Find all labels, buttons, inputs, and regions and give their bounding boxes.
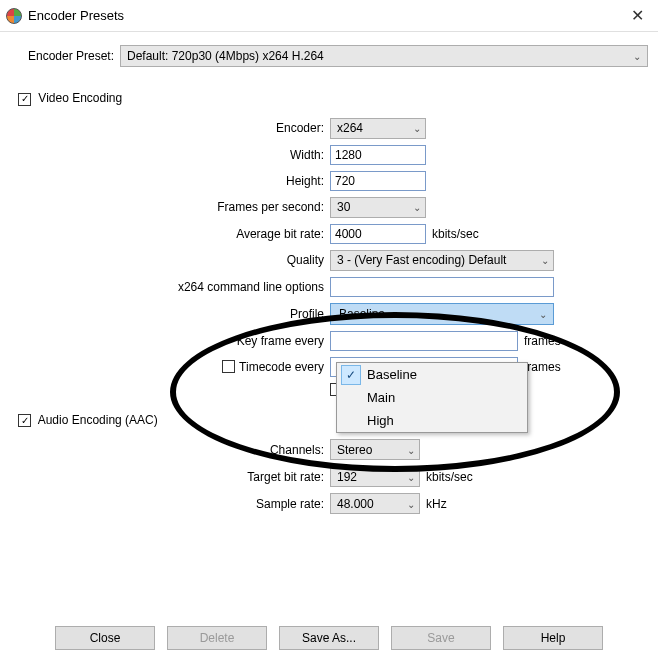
check-icon: ✓ [21,416,29,426]
chevron-down-icon: ⌄ [633,51,641,62]
tbr-select[interactable]: 192 ⌄ [330,466,420,487]
close-button[interactable]: Close [55,626,155,650]
abr-input[interactable] [330,224,426,244]
delete-button[interactable]: Delete [167,626,267,650]
save-button[interactable]: Save [391,626,491,650]
profile-label: Profile [80,307,330,321]
sr-unit: kHz [426,497,447,511]
keyframe-label: Key frame every [80,334,330,348]
height-input[interactable] [330,171,426,191]
keyframe-input[interactable] [330,331,518,351]
chevron-down-icon: ⌄ [407,444,415,455]
encoder-label: Encoder: [80,121,330,135]
chevron-down-icon: ⌄ [541,255,549,266]
video-encoding-checkbox[interactable]: ✓ [18,93,31,106]
audio-encoding-checkbox[interactable]: ✓ [18,414,31,427]
tbr-label: Target bit rate: [80,470,330,484]
audio-encoding-label: Audio Encoding (AAC) [38,413,158,427]
quality-select[interactable]: 3 - (Very Fast encoding) Default ⌄ [330,250,554,271]
width-input[interactable] [330,145,426,165]
profile-option-high[interactable]: High [337,409,527,432]
profile-select[interactable]: Baseline ⌄ [330,303,554,325]
preset-row: Encoder Preset: Default: 720p30 (4Mbps) … [0,35,658,71]
width-label: Width: [80,148,330,162]
cmdline-label: x264 command line options [80,280,330,294]
timecode-checkbox[interactable] [222,360,235,373]
fps-label: Frames per second: [80,200,330,214]
abr-label: Average bit rate: [80,227,330,241]
quality-label: Quality [80,253,330,267]
window-title: Encoder Presets [28,8,124,23]
profile-option-main[interactable]: Main [337,386,527,409]
check-icon: ✓ [21,94,29,104]
channels-select[interactable]: Stereo ⌄ [330,439,420,460]
fps-select[interactable]: 30 ⌄ [330,197,426,218]
chevron-down-icon: ⌄ [407,498,415,509]
chevron-down-icon: ⌄ [413,123,421,134]
keyframe-unit: frames [524,334,561,348]
channels-label: Channels: [80,443,330,457]
video-form: Encoder: x264 ⌄ Width: Height: Frames pe… [0,118,658,397]
preset-label: Encoder Preset: [10,49,120,63]
chevron-down-icon: ⌄ [413,202,421,213]
titlebar: Encoder Presets ✕ [0,0,658,32]
sr-label: Sample rate: [80,497,330,511]
preset-value: Default: 720p30 (4Mbps) x264 H.264 [127,49,324,63]
chevron-down-icon: ⌄ [539,308,547,319]
height-label: Height: [80,174,330,188]
preset-select[interactable]: Default: 720p30 (4Mbps) x264 H.264 ⌄ [120,45,648,67]
sr-select[interactable]: 48.000 ⌄ [330,493,420,514]
app-logo-icon [6,8,22,24]
timecode-label: Timecode every [239,360,324,374]
close-icon[interactable]: ✕ [625,6,650,25]
button-bar: Close Delete Save As... Save Help [0,626,658,650]
tbr-unit: kbits/sec [426,470,473,484]
saveas-button[interactable]: Save As... [279,626,379,650]
chevron-down-icon: ⌄ [407,471,415,482]
profile-option-baseline[interactable]: ✓ Baseline [337,363,527,386]
timecode-unit: frames [524,360,561,374]
abr-unit: kbits/sec [432,227,479,241]
encoder-select[interactable]: x264 ⌄ [330,118,426,139]
profile-dropdown-list[interactable]: ✓ Baseline Main High [336,362,528,433]
help-button[interactable]: Help [503,626,603,650]
cmdline-input[interactable] [330,277,554,297]
audio-form: Channels: Stereo ⌄ Target bit rate: 192 … [0,439,658,514]
check-icon: ✓ [341,365,361,385]
video-encoding-label: Video Encoding [38,91,122,105]
